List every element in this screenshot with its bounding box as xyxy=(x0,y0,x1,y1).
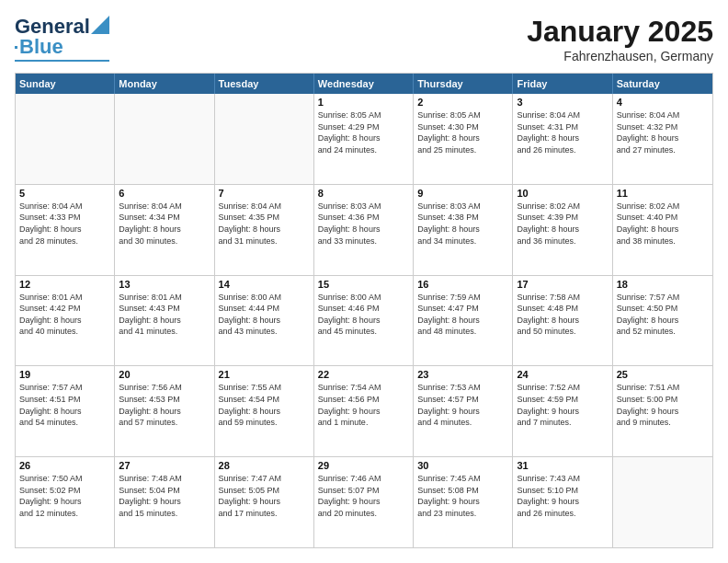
day-cell-10: 10Sunrise: 8:02 AMSunset: 4:39 PMDayligh… xyxy=(513,185,612,275)
day-cell-26: 26Sunrise: 7:50 AMSunset: 5:02 PMDayligh… xyxy=(16,457,115,547)
week-row-4: 19Sunrise: 7:57 AMSunset: 4:51 PMDayligh… xyxy=(16,366,712,457)
day-cell-8: 8Sunrise: 8:03 AMSunset: 4:36 PMDaylight… xyxy=(314,185,414,275)
day-number: 25 xyxy=(617,369,709,380)
cell-info: Sunrise: 8:01 AMSunset: 4:43 PMDaylight:… xyxy=(119,292,210,338)
day-number: 31 xyxy=(517,460,608,471)
calendar-subtitle: Fahrenzhausen, Germany xyxy=(527,49,713,63)
day-number: 17 xyxy=(517,279,608,290)
header-day-thursday: Thursday xyxy=(414,74,513,94)
cell-info: Sunrise: 8:00 AMSunset: 4:46 PMDaylight:… xyxy=(318,292,409,338)
day-cell-1: 1Sunrise: 8:05 AMSunset: 4:29 PMDaylight… xyxy=(314,94,414,184)
calendar: SundayMondayTuesdayWednesdayThursdayFrid… xyxy=(15,73,713,548)
cell-info: Sunrise: 8:02 AMSunset: 4:40 PMDaylight:… xyxy=(617,201,709,247)
day-number: 7 xyxy=(219,188,310,199)
cell-info: Sunrise: 8:04 AMSunset: 4:31 PMDaylight:… xyxy=(517,109,608,155)
cell-info: Sunrise: 7:50 AMSunset: 5:02 PMDaylight:… xyxy=(19,473,110,519)
cell-info: Sunrise: 7:45 AMSunset: 5:08 PMDaylight:… xyxy=(417,473,508,519)
calendar-header-row: SundayMondayTuesdayWednesdayThursdayFrid… xyxy=(16,74,712,94)
week-row-1: 1Sunrise: 8:05 AMSunset: 4:29 PMDaylight… xyxy=(16,94,712,185)
day-cell-19: 19Sunrise: 7:57 AMSunset: 4:51 PMDayligh… xyxy=(16,366,115,456)
day-number: 15 xyxy=(318,279,409,290)
cell-info: Sunrise: 8:03 AMSunset: 4:38 PMDaylight:… xyxy=(417,201,508,247)
logo-blue: Blue xyxy=(19,35,63,59)
cell-info: Sunrise: 7:58 AMSunset: 4:48 PMDaylight:… xyxy=(517,292,608,338)
cell-info: Sunrise: 8:04 AMSunset: 4:32 PMDaylight:… xyxy=(617,109,709,155)
header-day-friday: Friday xyxy=(513,74,612,94)
day-cell-30: 30Sunrise: 7:45 AMSunset: 5:08 PMDayligh… xyxy=(414,457,513,547)
day-number: 22 xyxy=(318,369,409,380)
cell-info: Sunrise: 7:52 AMSunset: 4:59 PMDaylight:… xyxy=(517,382,608,428)
day-number: 4 xyxy=(617,97,709,108)
header: General Blue January 2025 Fahrenzhausen,… xyxy=(15,15,713,63)
day-cell-24: 24Sunrise: 7:52 AMSunset: 4:59 PMDayligh… xyxy=(513,366,612,456)
cell-info: Sunrise: 7:46 AMSunset: 5:07 PMDaylight:… xyxy=(318,473,409,519)
day-number: 23 xyxy=(417,369,508,380)
logo-underline xyxy=(15,60,109,62)
day-cell-16: 16Sunrise: 7:59 AMSunset: 4:47 PMDayligh… xyxy=(414,276,513,366)
cell-info: Sunrise: 8:02 AMSunset: 4:39 PMDaylight:… xyxy=(517,201,608,247)
cell-info: Sunrise: 7:59 AMSunset: 4:47 PMDaylight:… xyxy=(417,292,508,338)
day-number: 12 xyxy=(19,279,110,290)
day-number: 13 xyxy=(119,279,210,290)
cell-info: Sunrise: 7:47 AMSunset: 5:05 PMDaylight:… xyxy=(219,473,310,519)
day-number: 3 xyxy=(517,97,608,108)
cell-info: Sunrise: 7:53 AMSunset: 4:57 PMDaylight:… xyxy=(417,382,508,428)
header-day-saturday: Saturday xyxy=(613,74,712,94)
day-cell-empty-0-2 xyxy=(215,94,314,184)
day-number: 29 xyxy=(318,460,409,471)
cell-info: Sunrise: 8:05 AMSunset: 4:30 PMDaylight:… xyxy=(417,109,508,155)
cell-info: Sunrise: 8:04 AMSunset: 4:35 PMDaylight:… xyxy=(219,201,310,247)
svg-marker-0 xyxy=(91,16,109,34)
day-cell-empty-0-0 xyxy=(16,94,115,184)
day-cell-18: 18Sunrise: 7:57 AMSunset: 4:50 PMDayligh… xyxy=(613,276,712,366)
day-cell-12: 12Sunrise: 8:01 AMSunset: 4:42 PMDayligh… xyxy=(16,276,115,366)
cell-info: Sunrise: 7:57 AMSunset: 4:51 PMDaylight:… xyxy=(19,382,110,428)
cell-info: Sunrise: 8:05 AMSunset: 4:29 PMDaylight:… xyxy=(318,109,409,155)
header-day-tuesday: Tuesday xyxy=(215,74,314,94)
day-cell-14: 14Sunrise: 8:00 AMSunset: 4:44 PMDayligh… xyxy=(215,276,314,366)
calendar-title: January 2025 xyxy=(527,15,713,49)
day-cell-6: 6Sunrise: 8:04 AMSunset: 4:34 PMDaylight… xyxy=(115,185,214,275)
day-number: 21 xyxy=(219,369,310,380)
day-cell-5: 5Sunrise: 8:04 AMSunset: 4:33 PMDaylight… xyxy=(16,185,115,275)
day-cell-21: 21Sunrise: 7:55 AMSunset: 4:54 PMDayligh… xyxy=(215,366,314,456)
cell-info: Sunrise: 7:55 AMSunset: 4:54 PMDaylight:… xyxy=(219,382,310,428)
day-cell-29: 29Sunrise: 7:46 AMSunset: 5:07 PMDayligh… xyxy=(314,457,414,547)
day-number: 6 xyxy=(119,188,210,199)
day-number: 1 xyxy=(318,97,409,108)
cell-info: Sunrise: 8:03 AMSunset: 4:36 PMDaylight:… xyxy=(318,201,409,247)
week-row-3: 12Sunrise: 8:01 AMSunset: 4:42 PMDayligh… xyxy=(16,276,712,367)
cell-info: Sunrise: 7:43 AMSunset: 5:10 PMDaylight:… xyxy=(517,473,608,519)
cell-info: Sunrise: 8:00 AMSunset: 4:44 PMDaylight:… xyxy=(219,292,310,338)
header-day-sunday: Sunday xyxy=(16,74,115,94)
week-row-5: 26Sunrise: 7:50 AMSunset: 5:02 PMDayligh… xyxy=(16,457,712,547)
cell-info: Sunrise: 7:48 AMSunset: 5:04 PMDaylight:… xyxy=(119,473,210,519)
day-number: 9 xyxy=(417,188,508,199)
day-cell-28: 28Sunrise: 7:47 AMSunset: 5:05 PMDayligh… xyxy=(215,457,314,547)
day-number: 16 xyxy=(417,279,508,290)
day-cell-2: 2Sunrise: 8:05 AMSunset: 4:30 PMDaylight… xyxy=(414,94,513,184)
day-cell-22: 22Sunrise: 7:54 AMSunset: 4:56 PMDayligh… xyxy=(314,366,414,456)
day-number: 14 xyxy=(219,279,310,290)
cell-info: Sunrise: 8:04 AMSunset: 4:34 PMDaylight:… xyxy=(119,201,210,247)
day-cell-15: 15Sunrise: 8:00 AMSunset: 4:46 PMDayligh… xyxy=(314,276,414,366)
day-cell-empty-4-6 xyxy=(613,457,712,547)
day-number: 10 xyxy=(517,188,608,199)
cell-info: Sunrise: 8:04 AMSunset: 4:33 PMDaylight:… xyxy=(19,201,110,247)
header-day-monday: Monday xyxy=(115,74,214,94)
day-cell-27: 27Sunrise: 7:48 AMSunset: 5:04 PMDayligh… xyxy=(115,457,214,547)
day-cell-4: 4Sunrise: 8:04 AMSunset: 4:32 PMDaylight… xyxy=(613,94,712,184)
logo: General Blue xyxy=(15,15,109,62)
day-cell-11: 11Sunrise: 8:02 AMSunset: 4:40 PMDayligh… xyxy=(613,185,712,275)
header-day-wednesday: Wednesday xyxy=(314,74,414,94)
day-number: 30 xyxy=(417,460,508,471)
cell-info: Sunrise: 7:54 AMSunset: 4:56 PMDaylight:… xyxy=(318,382,409,428)
day-number: 26 xyxy=(19,460,110,471)
calendar-body: 1Sunrise: 8:05 AMSunset: 4:29 PMDaylight… xyxy=(16,94,712,547)
logo-triangle-icon xyxy=(91,16,109,34)
day-number: 11 xyxy=(617,188,709,199)
week-row-2: 5Sunrise: 8:04 AMSunset: 4:33 PMDaylight… xyxy=(16,185,712,276)
day-cell-25: 25Sunrise: 7:51 AMSunset: 5:00 PMDayligh… xyxy=(613,366,712,456)
day-number: 28 xyxy=(219,460,310,471)
day-cell-9: 9Sunrise: 8:03 AMSunset: 4:38 PMDaylight… xyxy=(414,185,513,275)
